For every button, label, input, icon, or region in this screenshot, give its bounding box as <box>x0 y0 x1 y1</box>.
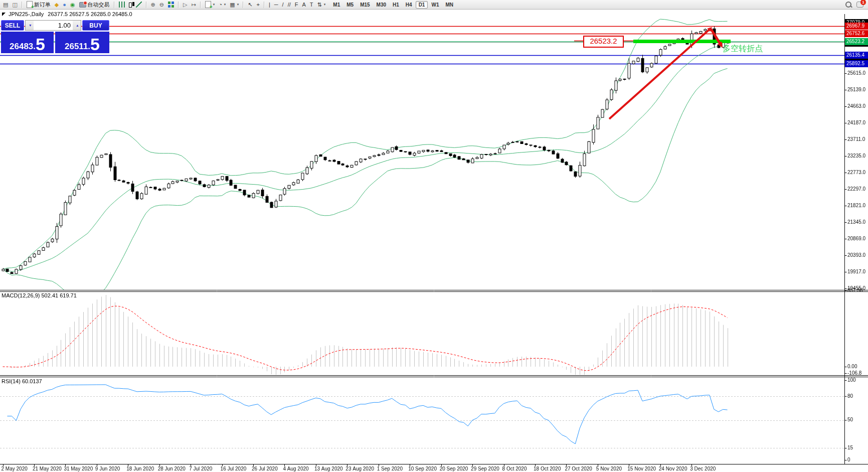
symbol-period-label: JPN225-,Daily <box>9 11 44 17</box>
buy-price-fraction: 5 <box>90 37 100 52</box>
volume-increase-button[interactable]: ▲ <box>73 21 81 30</box>
sell-price[interactable]: 26483. 5 <box>1 32 54 53</box>
sell-price-main: 26483. <box>10 42 36 52</box>
buy-price-main: 26511. <box>65 42 90 52</box>
volume-decrease-button[interactable]: ▼ <box>26 21 34 30</box>
chart-canvas[interactable] <box>0 0 868 472</box>
mt4-terminal: ▤◫新订单◆●◉自动交易⊕⊖▷↦▾◔▾▦▾↖+|─///FAT⇅▾M1M5M15… <box>0 0 868 472</box>
buy-price[interactable]: 26511. 5 <box>55 32 109 53</box>
sell-button[interactable]: SELL <box>1 20 24 31</box>
chart-corner-icon <box>2 13 6 16</box>
ohlc-values: 26377.5 26527.5 26285.0 26485.0 <box>48 11 132 17</box>
volume-box: ▼ ▲ <box>25 20 81 31</box>
one-click-trade-panel: SELL ▼ ▲ BUY 26483. 5 26511. 5 <box>1 20 109 53</box>
chart-title: JPN225-,Daily 26377.5 26527.5 26285.0 26… <box>2 11 132 17</box>
turning-point-note[interactable]: 多空转折点 <box>723 44 763 54</box>
buy-button[interactable]: BUY <box>82 20 109 31</box>
price-annotation-tag[interactable]: 26523.2 <box>583 36 624 48</box>
volume-input[interactable] <box>34 21 73 30</box>
sell-price-fraction: 5 <box>36 37 45 52</box>
rsi-label: RSI(14) 60.0137 <box>2 378 42 384</box>
macd-label: MACD(12,26,9) 502.41 619.71 <box>2 292 77 298</box>
